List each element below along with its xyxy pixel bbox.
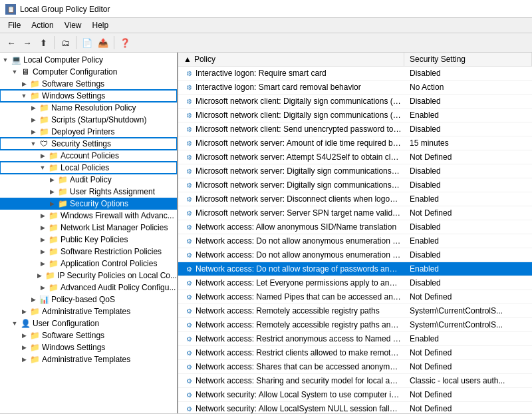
list-row[interactable]: ⚙ Network access: Do not allow anonymous…	[178, 234, 532, 248]
row-policy-text-13: Network access: Do not allow anonymous e…	[196, 236, 402, 246]
icon-software-settings-1: 📁	[29, 79, 40, 89]
row-policy-icon-23: ⚙	[184, 375, 194, 386]
list-row[interactable]: ⚙ Network access: Remotely accessible re…	[178, 318, 532, 332]
list-panel[interactable]: ▲ Policy Security Setting ⚙ Interactive …	[178, 53, 532, 413]
tree-node-policy-based-qos[interactable]: ▶ 📊 Policy-based QoS	[0, 294, 177, 306]
label-software-restriction: Software Restriction Policies	[61, 247, 162, 256]
icon-windows-settings-2: 📁	[29, 342, 40, 353]
tree-node-network-list[interactable]: ▶ 📁 Network List Manager Policies	[0, 222, 177, 234]
tree-node-local-policies[interactable]: ▼ 📁 Local Policies	[0, 162, 177, 174]
tree-node-audit-policy[interactable]: ▶ 📁 Audit Policy	[0, 174, 177, 186]
menu-item-action[interactable]: Action	[26, 19, 59, 31]
list-row[interactable]: ⚙ Microsoft network client: Digitally si…	[178, 95, 532, 108]
list-row[interactable]: ⚙ Network access: Sharing and security m…	[178, 374, 532, 388]
tree-node-account-policies[interactable]: ▶ 📁 Account Policies	[0, 150, 177, 162]
toolbar-back-btn[interactable]: ←	[4, 35, 19, 50]
col-header-setting[interactable]: Security Setting	[404, 53, 532, 66]
icon-deployed-printers: 📁	[39, 126, 49, 137]
expander-account-policies: ▶	[37, 150, 48, 161]
tree-node-admin-templates-2[interactable]: ▶ 📁 Administrative Templates	[0, 353, 177, 365]
toolbar-sep2	[76, 36, 76, 49]
list-row[interactable]: ⚙ Network access: Named Pipes that can b…	[178, 290, 532, 304]
tree-node-software-restriction[interactable]: ▶ 📁 Software Restriction Policies	[0, 246, 177, 258]
row-policy-icon-7: ⚙	[184, 152, 194, 162]
tree-node-user-rights[interactable]: ▶ 📁 User Rights Assignment	[0, 186, 177, 198]
row-policy-icon-11: ⚙	[184, 208, 194, 218]
menu-item-file[interactable]: File	[3, 19, 26, 31]
tree-node-windows-firewall[interactable]: ▶ 📁 Windows Firewall with Advanc...	[0, 210, 177, 222]
tree-node-scripts[interactable]: ▶ 📁 Scripts (Startup/Shutdown)	[0, 114, 177, 126]
row-policy-text-14: Network access: Do not allow anonymous e…	[196, 250, 402, 260]
expander-ip-security: ▶	[34, 270, 45, 281]
tree-node-computer-config[interactable]: ▼ 🖥 Computer Configuration	[0, 66, 177, 78]
list-row[interactable]: ⚙ Network access: Let Everyone permissio…	[178, 276, 532, 290]
list-row[interactable]: ⚙ Microsoft network server: Digitally si…	[178, 164, 532, 178]
toolbar-export-btn[interactable]: 📤	[96, 35, 110, 50]
list-row[interactable]: ⚙ Microsoft network server: Disconnect c…	[178, 192, 532, 206]
list-row[interactable]: ⚙ Microsoft network server: Server SPN t…	[178, 206, 532, 220]
col-header-policy[interactable]: ▲ Policy	[178, 53, 404, 66]
toolbar-up-btn[interactable]: ⬆	[36, 35, 51, 50]
toolbar-forward-btn[interactable]: →	[20, 35, 35, 50]
tree-node-security-options[interactable]: ▶ 📁 Security Options	[0, 198, 177, 210]
row-setting-cell-9: Disabled	[404, 179, 532, 191]
row-policy-text-5: Microsoft network client: Send unencrypt…	[196, 124, 402, 134]
list-row[interactable]: ⚙ Network access: Remotely accessible re…	[178, 304, 532, 318]
tree-root[interactable]: ▼ 💻 Local Computer Policy	[0, 54, 177, 66]
tree-node-app-control[interactable]: ▶ 📁 Application Control Policies	[0, 258, 177, 270]
toolbar-help-btn[interactable]: ❓	[118, 35, 132, 50]
toolbar-new-window-btn[interactable]: 📄	[80, 35, 94, 50]
list-row[interactable]: ⚙ Network access: Do not allow anonymous…	[178, 248, 532, 262]
list-row[interactable]: ⚙ Network access: Restrict clients allow…	[178, 346, 532, 360]
list-row[interactable]: ⚙ Microsoft network client: Send unencry…	[178, 122, 532, 136]
label-account-policies: Account Policies	[61, 151, 119, 160]
row-policy-cell-8: ⚙ Microsoft network server: Digitally si…	[178, 164, 404, 178]
root-label: Local Computer Policy	[23, 55, 103, 65]
icon-public-key: 📁	[48, 234, 59, 245]
row-policy-cell-14: ⚙ Network access: Do not allow anonymous…	[178, 248, 404, 262]
row-policy-cell-25: ⚙ Network security: Allow LocalSystem NU…	[178, 402, 404, 413]
tree-node-deployed-printers[interactable]: ▶ 📁 Deployed Printers	[0, 126, 177, 138]
row-policy-text-24: Network security: Allow Local System to …	[196, 390, 402, 399]
tree-node-security-settings[interactable]: ▼ 🛡 Security Settings	[0, 138, 177, 150]
tree-node-user-config[interactable]: ▼ 👤 User Configuration	[0, 317, 177, 329]
expander-software-restriction: ▶	[37, 246, 48, 257]
tree-node-public-key[interactable]: ▶ 📁 Public Key Policies	[0, 234, 177, 246]
icon-policy-based-qos: 📊	[39, 294, 49, 305]
row-policy-text-2: Interactive logon: Smart card removal be…	[196, 83, 361, 92]
row-setting-cell-22: Not Defined	[404, 361, 532, 373]
list-row[interactable]: ⚙ Network access: Do not allow storage o…	[178, 262, 532, 276]
list-row[interactable]: ⚙ Network access: Restrict anonymous acc…	[178, 332, 532, 346]
list-row[interactable]: ⚙ Microsoft network server: Amount of id…	[178, 136, 532, 150]
row-setting-cell-25: Not Defined	[404, 403, 532, 413]
tree-node-software-settings-1[interactable]: ▶ 📁 Software Settings	[0, 78, 177, 90]
menu-item-view[interactable]: View	[59, 19, 87, 31]
label-advanced-audit: Advanced Audit Policy Configu...	[61, 283, 176, 292]
tree-node-windows-settings-2[interactable]: ▶ 📁 Windows Settings	[0, 341, 177, 353]
toolbar-show-hide-btn[interactable]: 🗂	[58, 35, 72, 50]
row-policy-cell-17: ⚙ Network access: Named Pipes that can b…	[178, 290, 404, 304]
list-row[interactable]: ⚙ Microsoft network client: Digitally si…	[178, 108, 532, 122]
row-policy-icon-12: ⚙	[184, 222, 194, 232]
list-row[interactable]: ⚙ Microsoft network server: Digitally si…	[178, 178, 532, 192]
row-setting-cell-1: Disabled	[404, 67, 532, 79]
row-setting-cell-14: Disabled	[404, 249, 532, 261]
tree-node-name-resolution[interactable]: ▶ 📁 Name Resolution Policy	[0, 102, 177, 114]
tree-node-software-settings-2[interactable]: ▶ 📁 Software Settings	[0, 329, 177, 341]
list-row[interactable]: ⚙ Microsoft network server: Attempt S4U2…	[178, 150, 532, 164]
tree-node-ip-security[interactable]: ▶ 📁 IP Security Policies on Local Co...	[0, 270, 177, 282]
tree-node-admin-templates-1[interactable]: ▶ 📁 Administrative Templates	[0, 306, 177, 317]
list-row[interactable]: ⚙ Interactive logon: Smart card removal …	[178, 81, 532, 95]
tree-node-advanced-audit[interactable]: ▶ 📁 Advanced Audit Policy Configu...	[0, 282, 177, 294]
list-row[interactable]: ⚙ Network access: Shares that can be acc…	[178, 360, 532, 374]
list-row[interactable]: ⚙ Network security: Allow Local System t…	[178, 388, 532, 402]
list-row[interactable]: ⚙ Interactive logon: Require smart card …	[178, 67, 532, 81]
list-row[interactable]: ⚙ Network security: Allow LocalSystem NU…	[178, 402, 532, 413]
menu-item-help[interactable]: Help	[87, 19, 114, 31]
tree-panel[interactable]: ▼ 💻 Local Computer Policy ▼ 🖥 Computer C…	[0, 53, 178, 413]
row-setting-cell-13: Enabled	[404, 235, 532, 247]
row-policy-icon-9: ⚙	[184, 180, 194, 190]
tree-node-windows-settings-1[interactable]: ▼ 📁 Windows Settings	[0, 90, 177, 102]
row-setting-cell-11: Not Defined	[404, 207, 532, 219]
list-row[interactable]: ⚙ Network access: Allow anonymous SID/Na…	[178, 220, 532, 234]
